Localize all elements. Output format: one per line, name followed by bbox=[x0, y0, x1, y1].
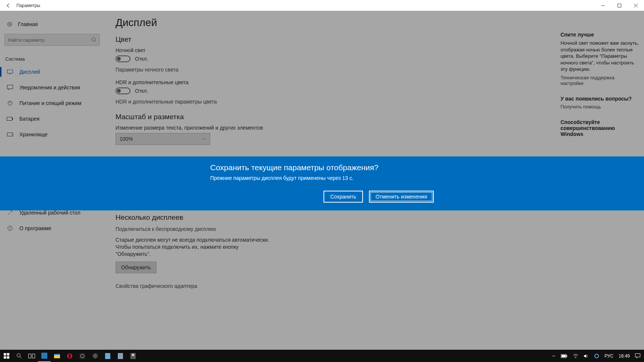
svg-rect-28 bbox=[41, 353, 47, 359]
taskbar-app-8[interactable] bbox=[127, 350, 139, 362]
svg-rect-40 bbox=[132, 354, 134, 356]
svg-point-35 bbox=[93, 354, 97, 358]
tray-notifications-icon[interactable] bbox=[634, 350, 642, 362]
svg-point-45 bbox=[595, 354, 599, 358]
maximize-button[interactable] bbox=[611, 0, 628, 11]
svg-rect-30 bbox=[54, 354, 60, 355]
taskbar-app-explorer[interactable] bbox=[51, 350, 63, 362]
taskbar-app-opera[interactable] bbox=[63, 350, 76, 362]
svg-rect-21 bbox=[7, 353, 9, 356]
svg-rect-23 bbox=[7, 356, 9, 359]
taskbar-search-icon[interactable] bbox=[13, 350, 25, 362]
svg-point-24 bbox=[17, 354, 20, 357]
tray-chevron-icon[interactable] bbox=[550, 350, 557, 362]
svg-rect-26 bbox=[29, 354, 31, 358]
minimize-button[interactable] bbox=[595, 0, 611, 11]
svg-rect-46 bbox=[635, 354, 640, 357]
taskbar-app-7[interactable] bbox=[114, 350, 127, 362]
svg-rect-22 bbox=[4, 356, 6, 359]
close-button[interactable] bbox=[628, 0, 644, 11]
taskbar-app-settings[interactable] bbox=[89, 350, 101, 362]
taskbar-app-6[interactable] bbox=[101, 350, 114, 362]
tray-app-icon[interactable] bbox=[593, 350, 601, 362]
tray-volume-icon[interactable] bbox=[582, 350, 590, 362]
tray-wifi-icon[interactable] bbox=[571, 350, 580, 362]
svg-rect-20 bbox=[4, 353, 6, 356]
dialog-save-button[interactable]: Сохранить bbox=[323, 191, 363, 203]
window-title: Параметры bbox=[16, 3, 40, 8]
svg-rect-33 bbox=[79, 353, 85, 359]
svg-rect-43 bbox=[562, 355, 566, 357]
taskbar-app-1[interactable] bbox=[38, 350, 51, 362]
svg-point-44 bbox=[575, 357, 576, 358]
tray-language[interactable]: РУС bbox=[603, 350, 615, 362]
tray-battery-icon[interactable] bbox=[559, 350, 569, 362]
taskbar: РУС 16:49 bbox=[0, 350, 644, 362]
svg-rect-1 bbox=[618, 4, 621, 7]
tray-clock[interactable]: 16:49 bbox=[617, 350, 631, 362]
svg-rect-27 bbox=[32, 354, 35, 358]
taskbar-app-4[interactable] bbox=[76, 350, 89, 362]
confirm-display-dialog: Сохранить текущие параметры отображения?… bbox=[0, 156, 644, 210]
back-button[interactable] bbox=[3, 0, 13, 11]
svg-line-25 bbox=[20, 357, 22, 359]
svg-point-32 bbox=[69, 354, 71, 358]
svg-rect-37 bbox=[105, 353, 110, 359]
svg-rect-42 bbox=[566, 355, 567, 357]
dialog-title: Сохранить текущие параметры отображения? bbox=[210, 163, 434, 172]
window-titlebar: Параметры bbox=[0, 0, 644, 11]
start-button[interactable] bbox=[0, 350, 13, 362]
svg-point-36 bbox=[94, 355, 96, 357]
dialog-body: Прежние параметры дисплея будут применен… bbox=[210, 175, 434, 181]
svg-rect-38 bbox=[118, 353, 123, 359]
dialog-revert-button[interactable]: Отменить изменения bbox=[369, 191, 434, 203]
task-view-icon[interactable] bbox=[25, 350, 38, 362]
